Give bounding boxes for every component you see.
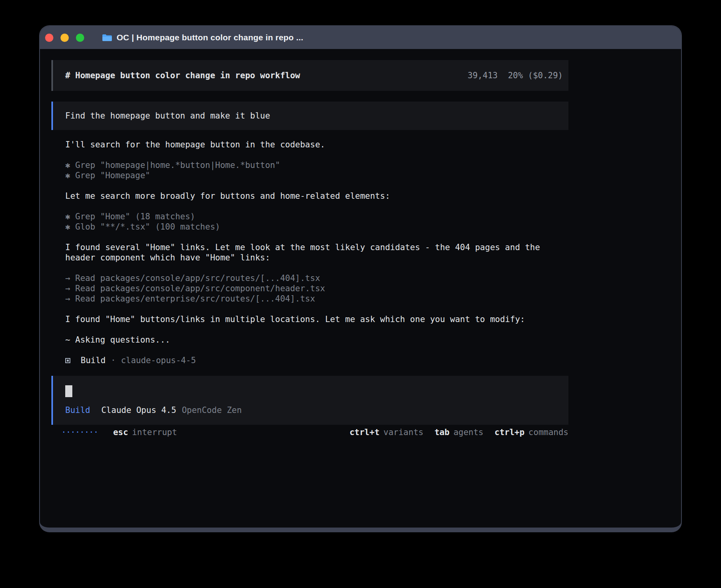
folder-icon: [102, 34, 112, 42]
text-cursor: [65, 385, 72, 397]
zoom-button[interactable]: [76, 34, 84, 42]
agent-model: claude-opus-4-5: [121, 355, 196, 366]
agent-status-row: Build · claude-opus-4-5: [65, 355, 568, 366]
window-title: OC | Homepage button color change in rep…: [117, 33, 303, 42]
assistant-paragraph: Let me search more broadly for buttons a…: [65, 191, 568, 201]
terminal-window: OC | Homepage button color change in rep…: [39, 25, 682, 532]
conversation-body: I'll search for the homepage button in t…: [51, 139, 568, 366]
session-meta: 39,413 20% ($0.29): [468, 71, 563, 80]
session-title: # Homepage button color change in repo w…: [65, 71, 300, 80]
status-bar: ········ esc interrupt ctrl+t variants t…: [51, 426, 568, 438]
close-button[interactable]: [45, 34, 53, 42]
session-header: # Homepage button color change in repo w…: [51, 60, 568, 91]
tool-call-read: → Read packages/enterprise/src/routes/[.…: [65, 294, 568, 304]
hint-commands: ctrl+p commands: [495, 428, 568, 437]
tool-call-grep: ✱ Grep "Home" (18 matches): [65, 211, 568, 222]
minimize-button[interactable]: [60, 34, 69, 42]
hint-agents: tab agents: [434, 428, 483, 437]
tool-call-glob: ✱ Glob "**/*.tsx" (100 matches): [65, 222, 568, 232]
hint-interrupt: esc interrupt: [113, 428, 177, 437]
hint-label: agents: [453, 428, 483, 437]
tool-call-group: ✱ Grep "homepage|home.*button|Home.*butt…: [65, 160, 568, 181]
key-esc: esc: [113, 428, 128, 437]
tool-call-grep: ✱ Grep "homepage|home.*button|Home.*butt…: [65, 160, 568, 170]
agent-separator: ·: [111, 355, 116, 366]
spinner-dots: ········: [61, 428, 98, 437]
tool-call-group: ✱ Grep "Home" (18 matches) ✱ Glob "**/*.…: [65, 211, 568, 232]
agent-icon: [65, 358, 70, 363]
hint-variants: ctrl+t variants: [349, 428, 423, 437]
user-message-text: Find the homepage button and make it blu…: [65, 111, 270, 121]
key-ctrl-p: ctrl+p: [495, 428, 525, 437]
tool-call-read: → Read packages/console/app/src/routes/[…: [65, 273, 568, 283]
hint-label: commands: [528, 428, 568, 437]
assistant-status-text: ~ Asking questions...: [65, 335, 568, 345]
hint-label: variants: [383, 428, 423, 437]
context-usage: 20% ($0.29): [508, 71, 563, 80]
assistant-paragraph: I found several "Home" links. Let me loo…: [65, 242, 568, 263]
prompt-input[interactable]: Build Claude Opus 4.5 OpenCode Zen: [51, 376, 568, 425]
tui-column: # Homepage button color change in repo w…: [51, 60, 568, 438]
terminal-content: # Homepage button color change in repo w…: [40, 60, 681, 438]
tool-call-read: → Read packages/console/app/src/componen…: [65, 283, 568, 294]
user-message: Find the homepage button and make it blu…: [51, 102, 568, 130]
model-name: Claude Opus 4.5: [101, 405, 176, 415]
agent-mode-label: Build: [65, 405, 90, 415]
tool-call-grep: ✱ Grep "Homepage": [65, 170, 568, 181]
key-tab: tab: [434, 428, 449, 437]
tool-call-group: → Read packages/console/app/src/routes/[…: [65, 273, 568, 304]
token-count: 39,413: [468, 71, 498, 80]
hint-label: interrupt: [132, 428, 177, 437]
status-right: ctrl+t variants tab agents ctrl+p comman…: [349, 428, 568, 437]
agent-name: Build: [81, 355, 106, 366]
status-left: ········ esc interrupt: [61, 428, 177, 437]
key-ctrl-t: ctrl+t: [349, 428, 379, 437]
assistant-paragraph: I'll search for the homepage button in t…: [65, 139, 568, 150]
model-provider: OpenCode Zen: [182, 405, 242, 415]
model-line: Build Claude Opus 4.5 OpenCode Zen: [65, 405, 556, 415]
window-titlebar[interactable]: OC | Homepage button color change in rep…: [40, 26, 681, 49]
assistant-paragraph: I found "Home" buttons/links in multiple…: [65, 314, 568, 324]
